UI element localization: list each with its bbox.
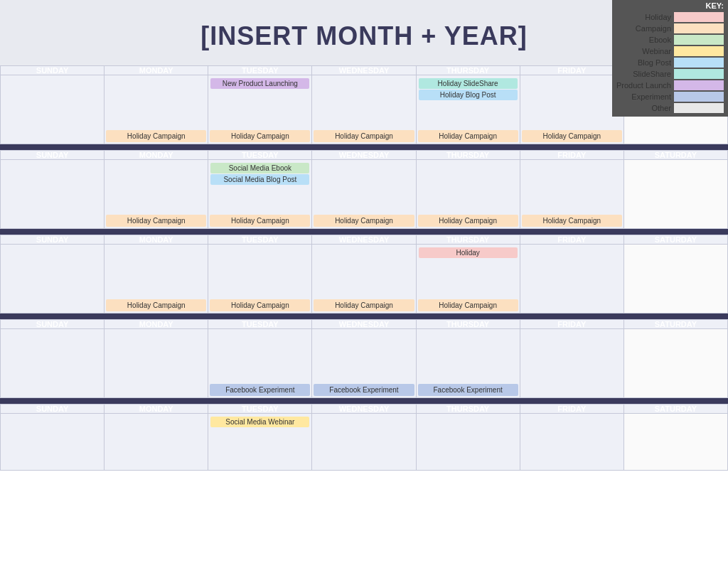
w1-tuesday-footer: Holiday Campaign [208, 129, 311, 144]
week-2-row: Holiday Campaign Social Media Ebook Soci… [1, 160, 728, 229]
w2-saturday-content [624, 160, 727, 213]
header-monday: MONDAY [105, 66, 208, 75]
week-4: SUNDAY MONDAY TUESDAY WEDNESDAY THURSDAY… [0, 319, 728, 398]
w3-tuesday-footer: Holiday Campaign [208, 298, 311, 313]
w3-wednesday-content [312, 245, 415, 298]
key-swatch-blog [674, 58, 724, 68]
w2-tuesday-footer: Holiday Campaign [208, 213, 311, 228]
divider-4 [0, 398, 728, 404]
w4-header-saturday: SATURDAY [623, 320, 727, 329]
w5-saturday-footer [624, 467, 727, 470]
w5-sunday-footer [1, 467, 104, 470]
w5-sunday-content [1, 414, 104, 467]
w3-monday-campaign: Holiday Campaign [106, 299, 206, 311]
w4-tuesday: Facebook Experiment [208, 329, 312, 398]
w3-header-tuesday: TUESDAY [208, 235, 312, 245]
w3-sunday [1, 245, 105, 314]
w2-friday-campaign: Holiday Campaign [522, 215, 622, 227]
w3-saturday-footer [624, 298, 727, 301]
w3-sunday-footer [1, 298, 104, 301]
key-label-blog: Blog Post [638, 58, 671, 67]
w3-header-sunday: SUNDAY [1, 235, 105, 245]
week-3: SUNDAY MONDAY TUESDAY WEDNESDAY THURSDAY… [0, 235, 728, 314]
w4-tuesday-experiment: Facebook Experiment [210, 384, 310, 396]
w1-wednesday-campaign: Holiday Campaign [314, 130, 414, 142]
w5-friday-content [520, 414, 623, 467]
w1-friday: Holiday Campaign [520, 75, 623, 144]
w2-tuesday-content: Social Media Ebook Social Media Blog Pos… [208, 160, 311, 213]
w2-monday-campaign: Holiday Campaign [106, 215, 206, 227]
w1-thursday-footer: Holiday Campaign [417, 129, 520, 144]
w1-sunday [1, 75, 105, 144]
w3-header-thursday: THURSDAY [416, 235, 520, 245]
w1-friday-content [520, 75, 623, 129]
w2-sunday-content [1, 160, 104, 213]
key-label-campaign: Campaign [636, 24, 671, 33]
w4-sunday [1, 329, 105, 398]
w2-wednesday-campaign: Holiday Campaign [314, 215, 414, 227]
header-thursday: THURSDAY [416, 66, 520, 75]
w1-wednesday: Holiday Campaign [312, 75, 416, 144]
w3-thursday-footer: Holiday Campaign [417, 298, 520, 313]
w3-tuesday: Holiday Campaign [208, 245, 312, 314]
w3-header-monday: MONDAY [105, 235, 208, 245]
week-4-row: Facebook Experiment Facebook Experiment … [1, 329, 728, 398]
w4-saturday-footer [624, 382, 727, 385]
w2-wednesday-content [312, 160, 415, 213]
w5-header-sunday: SUNDAY [1, 405, 105, 414]
w5-header-thursday: THURSDAY [416, 405, 520, 414]
w3-saturday [623, 245, 727, 314]
w4-monday-content [105, 329, 208, 382]
w3-friday-footer [520, 298, 623, 301]
key-label-ebook: Ebook [649, 36, 671, 44]
w4-header-sunday: SUNDAY [1, 320, 105, 329]
w2-monday-footer: Holiday Campaign [105, 213, 208, 228]
header-sunday: SUNDAY [1, 66, 105, 75]
w1-tuesday: New Product Launching Holiday Campaign [208, 75, 312, 144]
w1-wednesday-content [312, 75, 415, 129]
key-swatch-webinar [674, 46, 724, 56]
w2-tuesday-ebook: Social Media Ebook [210, 163, 309, 173]
w2-header-saturday: SATURDAY [623, 151, 727, 160]
w3-saturday-content [624, 245, 727, 298]
w3-wednesday: Holiday Campaign [312, 245, 416, 314]
key-item-campaign: Campaign [612, 23, 728, 34]
week-1-header: SUNDAY MONDAY TUESDAY WEDNESDAY THURSDAY… [0, 65, 728, 144]
w5-header-friday: FRIDAY [520, 405, 623, 414]
w3-tuesday-campaign: Holiday Campaign [210, 299, 310, 311]
w4-wednesday-content [312, 329, 415, 382]
w2-sunday [1, 160, 105, 229]
w1-saturday-footer [624, 129, 727, 132]
w1-saturday [623, 75, 727, 144]
w2-tuesday-blog: Social Media Blog Post [210, 174, 309, 185]
w4-monday-footer [105, 382, 208, 385]
w4-wednesday: Facebook Experiment [312, 329, 416, 398]
w1-sunday-content [1, 75, 104, 129]
w3-monday: Holiday Campaign [105, 245, 208, 314]
w3-header-friday: FRIDAY [520, 235, 623, 245]
w3-friday [520, 245, 623, 314]
w1-thursday-slideshare: Holiday SlideShare [419, 78, 518, 89]
w5-header-tuesday: TUESDAY [208, 405, 312, 414]
w4-tuesday-content [208, 329, 311, 382]
w4-friday-footer [520, 382, 623, 385]
divider-2 [0, 229, 728, 235]
w4-header-monday: MONDAY [105, 320, 208, 329]
calendar-container: SUNDAY MONDAY TUESDAY WEDNESDAY THURSDAY… [0, 65, 728, 471]
week-3-row: Holiday Campaign Holiday Campaign Holida… [1, 245, 728, 314]
w4-friday [520, 329, 623, 398]
w3-thursday-content: Holiday [417, 245, 520, 298]
w5-wednesday-content [312, 414, 415, 467]
w4-wednesday-footer: Facebook Experiment [312, 382, 415, 397]
divider-1 [0, 144, 728, 150]
w5-wednesday-footer [312, 467, 415, 470]
w5-friday [520, 414, 623, 471]
key-title: KEY: [612, 0, 728, 11]
w1-thursday: Holiday SlideShare Holiday Blog Post Hol… [416, 75, 520, 144]
w4-saturday [623, 329, 727, 398]
w2-wednesday: Holiday Campaign [312, 160, 416, 229]
w4-header-thursday: THURSDAY [416, 320, 520, 329]
page-title: [INSERT MONTH + YEAR] [14, 21, 714, 51]
w2-saturday-footer [624, 213, 727, 216]
w5-monday [105, 414, 208, 471]
